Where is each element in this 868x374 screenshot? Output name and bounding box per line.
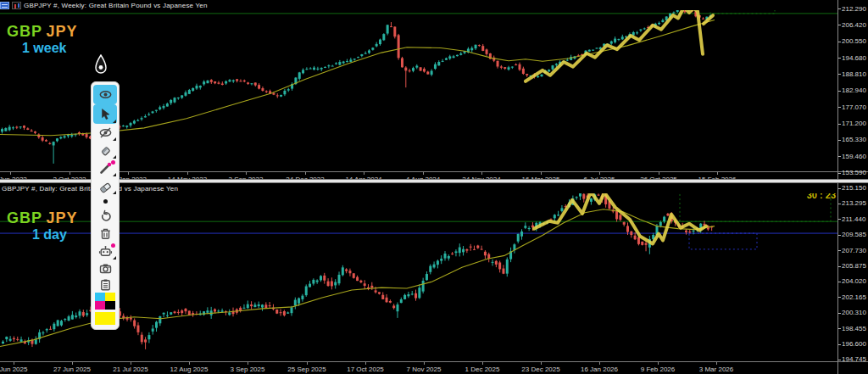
time-tick: [70, 172, 70, 175]
time-label: Jun 2025: [0, 366, 27, 373]
price-tick: [838, 282, 841, 282]
flyout-indicator: [113, 137, 116, 141]
price-label: 159.460: [842, 153, 866, 160]
price-label: 182.940: [842, 87, 866, 94]
price-label: 165.330: [842, 136, 866, 143]
time-label: 9 Feb 2026: [641, 366, 675, 373]
price-label: 209.585: [842, 231, 866, 238]
time-label: 3 Sep 2025: [231, 366, 265, 373]
price-tick: [838, 188, 841, 189]
time-label: 27 Jun 2025: [53, 366, 91, 373]
price-tick: [838, 235, 841, 236]
price-tick: [838, 124, 841, 125]
undo-icon[interactable]: [93, 208, 117, 225]
color-palette: [93, 292, 117, 310]
time-tick: [364, 172, 364, 175]
price-tick: [838, 313, 841, 314]
time-tick: [717, 172, 718, 175]
dot-icon[interactable]: [93, 195, 117, 208]
marker-icon[interactable]: [93, 142, 117, 159]
time-tick: [599, 172, 600, 175]
time-tick: [716, 362, 717, 365]
price-tick: [838, 297, 841, 298]
price-label: 215.150: [842, 184, 866, 192]
time-label: 25 Sep 2025: [287, 366, 326, 373]
price-tick: [838, 204, 841, 204]
price-tick: [838, 266, 841, 267]
chart-plot: [0, 0, 837, 171]
pen-nib-icon[interactable]: [93, 54, 108, 78]
price-tick: [838, 219, 841, 220]
time-tick: [131, 362, 131, 365]
price-label: 188.810: [842, 70, 866, 78]
time-label: 12 Aug 2025: [170, 366, 209, 373]
time-label: 1 Dec 2025: [465, 366, 500, 373]
palette-color-swatch[interactable]: [95, 293, 105, 301]
cursor-icon[interactable]: [93, 104, 117, 124]
daily-chart-canvas[interactable]: [0, 181, 837, 361]
candle-chart-icon[interactable]: [12, 2, 21, 9]
price-tick: [838, 344, 841, 345]
time-tick: [599, 362, 600, 365]
yellow-annotation-stroke: [526, 7, 703, 81]
time-tick: [128, 172, 129, 175]
time-label: 3 Mar 2026: [699, 366, 733, 373]
time-tick: [423, 172, 424, 175]
current-color-swatch[interactable]: [93, 310, 117, 326]
flyout-indicator: [113, 155, 116, 159]
price-label: 198.455: [842, 325, 866, 332]
time-tick: [246, 172, 247, 175]
time-tick: [541, 362, 542, 365]
price-tick: [838, 328, 841, 329]
camera-icon[interactable]: [93, 260, 117, 276]
price-tick: [838, 173, 841, 174]
flyout-indicator: [113, 120, 116, 123]
palette-color-swatch[interactable]: [105, 293, 115, 301]
annotate-toolbar: [91, 81, 120, 330]
price-label: 177.070: [842, 103, 866, 111]
time-tick: [365, 362, 366, 365]
price-label: 194.745: [842, 355, 866, 363]
price-label: 206.420: [842, 21, 866, 29]
time-tick: [307, 362, 308, 365]
eye-icon[interactable]: [93, 85, 117, 104]
weekly-title-bar: GBPJPY #, Weekly: Great Britain Pound vs…: [0, 0, 837, 10]
palette-color-swatch[interactable]: [95, 301, 105, 310]
price-label: 211.440: [842, 215, 865, 223]
yellow-annotation-stroke: [704, 15, 713, 24]
price-label: 207.730: [842, 247, 866, 254]
robot-icon[interactable]: [93, 243, 117, 260]
price-tick: [838, 25, 841, 25]
price-label: 196.600: [842, 340, 866, 348]
price-tick: [838, 140, 841, 141]
price-tick: [838, 91, 841, 92]
price-tick: [838, 8, 841, 9]
daily-time-axis[interactable]: Jun 202527 Jun 202521 Jul 202512 Aug 202…: [0, 362, 868, 374]
price-tick: [838, 250, 841, 251]
weekly-chart-canvas[interactable]: [0, 0, 837, 171]
time-tick: [424, 362, 425, 365]
trash-icon[interactable]: [93, 225, 117, 243]
time-tick: [10, 172, 11, 175]
time-label: 21 Jul 2025: [113, 366, 147, 373]
price-label: 204.020: [842, 277, 866, 285]
clipboard-icon[interactable]: [93, 276, 117, 292]
time-tick: [187, 172, 188, 175]
price-label: 212.290: [842, 5, 866, 13]
price-label: 200.310: [842, 309, 866, 316]
palette-color-swatch[interactable]: [105, 301, 115, 310]
time-tick: [14, 362, 14, 365]
metatrader-window: GBPJPY #, Weekly: Great Britain Pound vs…: [0, 0, 868, 374]
price-label: 194.680: [842, 54, 866, 62]
price-tick: [838, 156, 841, 157]
time-label: 23 Dec 2025: [521, 366, 559, 373]
daily-title-bar: GBPJPY #, Daily: Great Britain Pound vs …: [0, 183, 837, 193]
pen-icon[interactable]: [93, 159, 117, 177]
time-tick: [541, 172, 542, 175]
price-label: 153.590: [842, 169, 866, 176]
price-axis-gutter[interactable]: 212.290206.420200.550194.680188.810182.9…: [838, 0, 868, 374]
eraser-icon[interactable]: [93, 177, 117, 195]
eye-off-icon[interactable]: [93, 124, 117, 142]
chart-list-icon[interactable]: [0, 2, 9, 9]
time-tick: [659, 172, 659, 175]
